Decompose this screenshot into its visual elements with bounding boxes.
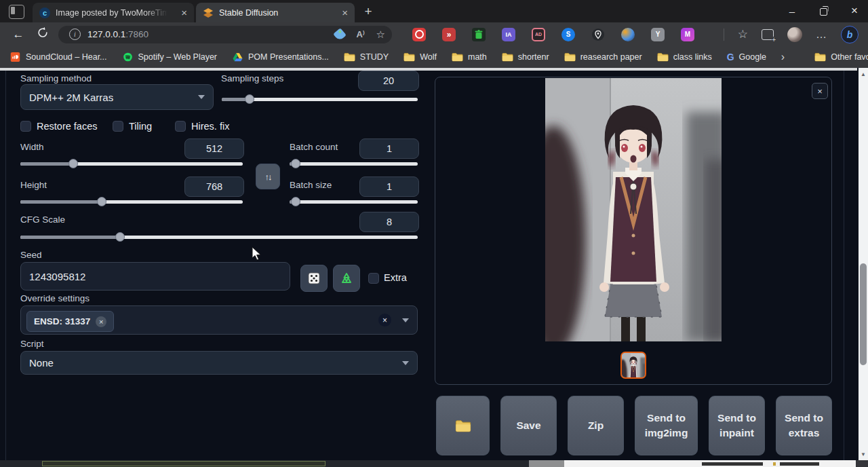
random-seed-button[interactable] bbox=[300, 265, 328, 292]
restore-faces-checkbox[interactable] bbox=[20, 121, 31, 132]
favorites-star-icon[interactable]: ☆ bbox=[738, 27, 748, 41]
bookmark-research-paper[interactable]: reasearch paper bbox=[564, 52, 642, 62]
bookmarks-overflow-chevron[interactable]: › bbox=[781, 51, 785, 63]
profile-avatar[interactable] bbox=[787, 27, 802, 42]
extra-seed-checkbox[interactable] bbox=[368, 273, 379, 284]
hires-fix-checkbox[interactable] bbox=[175, 121, 186, 132]
override-tag: ENSD: 31337 × bbox=[26, 311, 114, 332]
browser-tab-strip: c Image posted by TwoMoreTimes × Stable … bbox=[0, 0, 868, 22]
new-tab-button[interactable]: + bbox=[361, 5, 375, 18]
recycle-icon bbox=[340, 272, 353, 285]
tab-stable-diffusion[interactable]: Stable Diffusion × bbox=[196, 3, 355, 22]
extension-ia-icon[interactable]: IA bbox=[502, 28, 515, 41]
batch-size-slider[interactable] bbox=[290, 197, 418, 206]
extension-y-icon[interactable]: Y bbox=[651, 28, 665, 41]
panel-left-border bbox=[5, 71, 6, 460]
address-bar[interactable]: i 127.0.0.1:7860 A) ☆ bbox=[58, 26, 392, 43]
bookmark-pom[interactable]: POM Presentations... bbox=[232, 52, 329, 62]
price-tag-icon[interactable] bbox=[334, 28, 347, 41]
dice-icon bbox=[307, 272, 321, 285]
bookmark-math[interactable]: math bbox=[452, 52, 487, 62]
send-to-extras-button[interactable]: Send to extras bbox=[776, 396, 832, 455]
scroll-up-icon[interactable]: ▲ bbox=[859, 69, 868, 79]
restore-faces-label: Restore faces bbox=[37, 121, 97, 132]
site-info-icon[interactable]: i bbox=[69, 29, 81, 40]
send-to-img2img-button[interactable]: Send to img2img bbox=[635, 396, 698, 455]
batch-count-value[interactable]: 1 bbox=[359, 138, 419, 159]
reuse-seed-button[interactable] bbox=[333, 265, 360, 292]
extension-pin-icon[interactable] bbox=[591, 28, 605, 41]
batch-size-label: Batch size bbox=[290, 180, 332, 190]
read-aloud-icon[interactable]: A) bbox=[356, 29, 364, 39]
override-settings-box[interactable]: ENSD: 31337 × × bbox=[20, 305, 418, 335]
refresh-button[interactable] bbox=[33, 26, 53, 42]
script-dropdown[interactable]: None bbox=[20, 351, 418, 375]
tab-title: Image posted by TwoMoreTimes bbox=[56, 8, 167, 18]
bookmark-shortenr[interactable]: shortenr bbox=[502, 52, 549, 62]
tiling-checkbox[interactable] bbox=[113, 121, 123, 132]
seed-value: 1243095812 bbox=[29, 271, 85, 282]
extension-circle-icon[interactable] bbox=[412, 28, 426, 41]
seed-input[interactable]: 1243095812 bbox=[20, 262, 290, 291]
batch-count-label: Batch count bbox=[290, 142, 338, 152]
width-slider[interactable] bbox=[20, 159, 243, 168]
batch-size-value[interactable]: 1 bbox=[359, 176, 419, 197]
height-slider[interactable] bbox=[20, 197, 243, 206]
close-tab-icon[interactable]: × bbox=[342, 7, 348, 18]
width-value[interactable]: 512 bbox=[184, 138, 244, 159]
swap-dimensions-button[interactable]: ↑↓ bbox=[256, 164, 280, 189]
bing-sidebar-icon[interactable]: b bbox=[841, 26, 859, 43]
extension-forward-icon[interactable]: » bbox=[442, 28, 456, 41]
scrollbar-thumb[interactable] bbox=[860, 263, 867, 365]
other-favorites-folder[interactable]: Other favorites bbox=[814, 52, 868, 62]
bookmark-study[interactable]: STUDY bbox=[344, 52, 389, 62]
bookmark-spotify[interactable]: Spotify – Web Player bbox=[122, 52, 218, 62]
background-window-block bbox=[529, 460, 564, 467]
window-close-button[interactable]: × bbox=[840, 0, 868, 22]
settings-more-icon[interactable]: … bbox=[816, 29, 827, 41]
extension-adblock-icon[interactable]: AD bbox=[532, 28, 545, 41]
extra-seed-label: Extra bbox=[384, 272, 407, 283]
sampling-method-dropdown[interactable]: DPM++ 2M Karras bbox=[20, 84, 214, 110]
sampling-method-label: Sampling method bbox=[20, 73, 92, 83]
open-folder-button[interactable] bbox=[436, 396, 490, 455]
close-tab-icon[interactable]: × bbox=[181, 7, 187, 18]
close-image-button[interactable]: × bbox=[812, 83, 828, 99]
cfg-scale-value[interactable]: 8 bbox=[359, 212, 419, 232]
sampling-steps-slider[interactable] bbox=[222, 94, 418, 104]
remove-tag-icon[interactable]: × bbox=[96, 316, 106, 327]
add-favorite-star-icon[interactable]: ☆ bbox=[376, 29, 385, 41]
bookmark-soundcloud[interactable]: SoundCloud – Hear... bbox=[9, 52, 107, 62]
divider bbox=[724, 29, 724, 41]
extension-bin-icon[interactable] bbox=[472, 28, 486, 41]
bookmark-class-links[interactable]: class links bbox=[657, 52, 712, 62]
zip-button[interactable]: Zip bbox=[568, 396, 624, 455]
panel-right-border bbox=[844, 71, 844, 460]
window-restore-button[interactable] bbox=[808, 0, 838, 22]
generated-image[interactable] bbox=[545, 78, 722, 341]
chevron-down-icon[interactable] bbox=[402, 318, 409, 322]
back-button[interactable]: ← bbox=[8, 28, 28, 41]
height-value[interactable]: 768 bbox=[184, 176, 244, 197]
override-tag-text: ENSD: 31337 bbox=[34, 316, 90, 326]
scroll-down-icon[interactable]: ▼ bbox=[859, 449, 868, 459]
cubari-favicon-icon: c bbox=[39, 7, 50, 18]
bookmark-google[interactable]: GGoogle bbox=[727, 52, 766, 62]
sampling-steps-value[interactable]: 20 bbox=[358, 71, 419, 91]
script-label: Script bbox=[20, 339, 44, 349]
collections-icon[interactable] bbox=[762, 29, 774, 40]
window-minimize-button[interactable]: – bbox=[777, 0, 807, 22]
save-button[interactable]: Save bbox=[500, 396, 557, 455]
gallery-thumbnail-selected[interactable] bbox=[620, 352, 646, 379]
cfg-scale-slider[interactable] bbox=[20, 232, 418, 242]
batch-count-slider[interactable] bbox=[290, 159, 418, 168]
bookmark-wolf[interactable]: Wolf bbox=[403, 52, 437, 62]
tiling-label: Tiling bbox=[129, 121, 152, 132]
tab-image-posted[interactable]: c Image posted by TwoMoreTimes × bbox=[33, 3, 194, 22]
clear-all-icon[interactable]: × bbox=[378, 314, 391, 326]
extension-m-icon[interactable]: M bbox=[681, 28, 694, 41]
extension-shazam-icon[interactable]: S bbox=[561, 28, 575, 41]
send-to-inpaint-button[interactable]: Send to inpaint bbox=[709, 396, 765, 455]
tab-actions-menu-icon[interactable] bbox=[9, 5, 24, 19]
extension-sphere-icon[interactable] bbox=[621, 28, 635, 41]
